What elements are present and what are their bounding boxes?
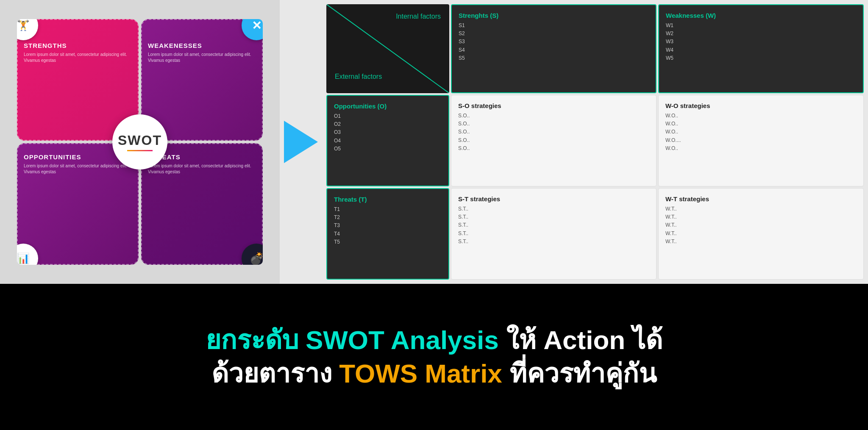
threat-t1: T1	[334, 205, 442, 214]
wt-strategies-cell: W-T strategies W.T.. W.T.. W.T.. W.T.. W…	[658, 188, 864, 280]
so-items: S.O.. S.O.. S.O.. S.O.. S.O..	[458, 112, 649, 153]
weaknesses-title: WEAKENESSES	[148, 42, 256, 49]
strength-s5: S5	[459, 54, 649, 62]
so-item-2: S.O..	[458, 120, 649, 128]
weaknesses-header-label: Weaknesses (W)	[666, 12, 856, 19]
wt-item-2: W.T..	[665, 213, 857, 221]
strength-s3: S3	[459, 38, 649, 46]
st-item-4: S.T..	[458, 230, 649, 238]
strengths-header-cell: Strenghts (S) S1 S2 S3 S4 S5	[451, 4, 657, 93]
st-item-1: S.T..	[458, 205, 649, 213]
swot-center-underline	[127, 150, 153, 151]
bottom-line2-part2: TOWS Matrix	[339, 359, 502, 388]
wo-strategies-cell: W-O strategies W.O.. W.O.. W.O.. W.O....…	[658, 95, 864, 186]
opportunities-header-label: Opportunities (O)	[334, 103, 442, 110]
bottom-line1-part1: ยกระดับ	[206, 325, 306, 355]
wt-items: W.T.. W.T.. W.T.. W.T.. W.T..	[665, 205, 857, 246]
strengths-title: STRENGTHS	[24, 42, 132, 49]
weakness-w1: W1	[666, 22, 856, 30]
wo-item-3: W.O..	[665, 128, 857, 136]
so-item-4: S.O..	[458, 136, 649, 144]
bottom-section: ยกระดับ SWOT Analysis ให้ Action ได้ ด้ว…	[0, 284, 868, 430]
matrix-diagonal-cell: Internal factors External factors	[326, 4, 449, 93]
weaknesses-items: W1 W2 W3 W4 W5	[666, 22, 856, 62]
threat-t4: T4	[334, 230, 442, 238]
bottom-line2: ด้วยตาราง TOWS Matrix ที่ควรทำคู่กัน	[211, 359, 657, 388]
strength-s1: S1	[459, 22, 649, 30]
wt-item-4: W.T..	[665, 230, 857, 238]
st-item-2: S.T..	[458, 213, 649, 221]
wo-item-1: W.O..	[665, 112, 857, 120]
st-items: S.T.. S.T.. S.T.. S.T.. S.T..	[458, 205, 649, 246]
st-strategies-label: S-T strategies	[458, 195, 649, 203]
wo-strategies-label: W-O strategies	[665, 102, 857, 109]
bottom-line1: ยกระดับ SWOT Analysis ให้ Action ได้	[206, 326, 663, 355]
swot-center-text: SWOT	[118, 133, 162, 148]
tows-panel: Internal factors External factors Streng…	[322, 0, 868, 284]
top-section: 🏋️ STRENGTHS Lorem ipsum dolor sit amet,…	[0, 0, 868, 284]
strengths-text: Lorem ipsum dolor sit amet, consectetur …	[24, 52, 132, 64]
wo-item-2: W.O..	[665, 120, 857, 128]
threats-text: Lorem ipsum dolor sit amet, consectetur …	[148, 163, 256, 175]
bottom-line1-part2: SWOT Analysis	[306, 325, 499, 355]
internal-factors-label: Internal factors	[396, 13, 441, 20]
weakness-w5: W5	[666, 54, 856, 62]
opp-o4: O4	[334, 137, 442, 145]
threats-items: T1 T2 T3 T4 T5	[334, 205, 442, 246]
wt-item-1: W.T..	[665, 205, 857, 213]
wt-item-3: W.T..	[665, 221, 857, 229]
strengths-items: S1 S2 S3 S4 S5	[459, 22, 649, 62]
threat-t5: T5	[334, 238, 442, 246]
bottom-line1-part5: ได้	[625, 325, 662, 355]
so-item-5: S.O..	[458, 144, 649, 153]
wt-item-5: W.T..	[665, 238, 857, 246]
opp-o3: O3	[334, 128, 442, 136]
st-strategies-cell: S-T strategies S.T.. S.T.. S.T.. S.T.. S…	[451, 188, 657, 280]
st-item-3: S.T..	[458, 221, 649, 229]
swot-panel: 🏋️ STRENGTHS Lorem ipsum dolor sit amet,…	[0, 0, 280, 284]
bottom-line2-part1: ด้วยตาราง	[211, 359, 339, 388]
so-strategies-label: S-O strategies	[458, 102, 649, 109]
main-container: 🏋️ STRENGTHS Lorem ipsum dolor sit amet,…	[0, 0, 868, 430]
opportunities-text: Lorem ipsum dolor sit amet, consectetur …	[24, 163, 132, 175]
bottom-line2-part3: ที่ควรทำคู่กัน	[502, 359, 657, 388]
so-strategies-cell: S-O strategies S.O.. S.O.. S.O.. S.O.. S…	[451, 95, 657, 186]
opp-o2: O2	[334, 120, 442, 128]
weakness-w2: W2	[666, 30, 856, 38]
weakness-w4: W4	[666, 46, 856, 54]
wt-strategies-label: W-T strategies	[665, 195, 857, 203]
swot-threats-cell: 💣 THREATS Lorem ipsum dolor sit amet, co…	[141, 143, 263, 265]
strengths-header-label: Strenghts (S)	[459, 12, 649, 19]
strength-s2: S2	[459, 30, 649, 38]
threat-t2: T2	[334, 214, 442, 222]
swot-center: SWOT	[112, 114, 167, 169]
opp-o1: O1	[334, 112, 442, 120]
arrow-container	[280, 0, 322, 284]
threat-t3: T3	[334, 222, 442, 230]
wo-item-5: W.O..	[665, 144, 857, 153]
threats-header-label: Threats (T)	[334, 196, 442, 203]
bottom-line1-part4: Action	[543, 325, 625, 355]
so-item-3: S.O..	[458, 128, 649, 136]
wo-item-4: W.O....	[665, 136, 857, 144]
strength-s4: S4	[459, 46, 649, 54]
opportunities-header-cell: Opportunities (O) O1 O2 O3 O4 O5	[326, 95, 449, 186]
weaknesses-text: Lorem ipsum dolor sit amet, consectetur …	[148, 52, 256, 64]
arrow-right	[284, 121, 318, 163]
st-item-5: S.T..	[458, 238, 649, 246]
threats-header-cell: Threats (T) T1 T2 T3 T4 T5	[326, 188, 449, 280]
opp-o5: O5	[334, 145, 442, 153]
bottom-line1-part3: ให้	[499, 325, 543, 355]
so-item-1: S.O..	[458, 112, 649, 120]
wo-items: W.O.. W.O.. W.O.. W.O.... W.O..	[665, 112, 857, 153]
weaknesses-header-cell: Weaknesses (W) W1 W2 W3 W4 W5	[658, 4, 864, 93]
weakness-w3: W3	[666, 38, 856, 46]
external-factors-label: External factors	[335, 73, 382, 80]
opportunities-items: O1 O2 O3 O4 O5	[334, 112, 442, 153]
tows-matrix: Internal factors External factors Streng…	[326, 4, 864, 280]
